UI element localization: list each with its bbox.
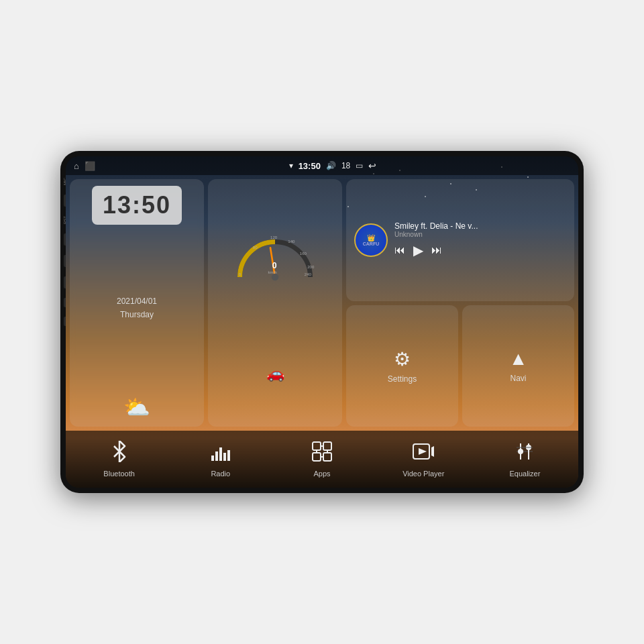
road-scene: 🚗 [266, 365, 284, 382]
music-logo: 👑 CARFU [354, 223, 388, 257]
equalizer-label: Equalizer [509, 470, 540, 478]
music-controls: ⏮ ▶ ⏭ [394, 242, 566, 258]
settings-button[interactable]: ⚙ Settings [346, 305, 458, 427]
clock-display: 13:50 [92, 186, 182, 225]
speedometer-svg: 0 80 120 140 160 200 240 0 km/h [228, 223, 322, 284]
right-panel: 👑 CARFU Smiley ft. Delia - Ne v... Unkno… [346, 179, 574, 427]
main-content: 13:50 2021/04/01 Thursday ⛅ [66, 175, 578, 431]
svg-rect-16 [313, 442, 321, 450]
device: MIC RST ⌂ [60, 151, 584, 493]
music-title: Smiley ft. Delia - Ne v... [394, 221, 566, 231]
svg-text:km/h: km/h [268, 270, 277, 274]
radio-button[interactable]: Radio [170, 441, 271, 478]
svg-rect-12 [215, 451, 218, 461]
svg-rect-14 [223, 453, 226, 461]
screen: ⌂ ⬛ ▾ 13:50 🔊 18 ▭ ↩ [66, 156, 578, 488]
navi-label: Navi [510, 374, 526, 383]
radio-icon [210, 441, 231, 467]
apps-button[interactable]: Apps [271, 441, 372, 478]
video-label: Video Player [402, 470, 444, 478]
svg-rect-15 [227, 450, 230, 461]
status-time: 13:50 [299, 161, 321, 171]
svg-text:200: 200 [307, 264, 315, 269]
radio-label: Radio [211, 470, 230, 478]
clock-widget: 13:50 2021/04/01 Thursday ⛅ [70, 179, 204, 427]
speedometer-widget: 0 80 120 140 160 200 240 0 km/h [208, 179, 342, 427]
svg-point-1 [272, 274, 279, 281]
clock-date: 2021/04/01 Thursday [117, 295, 157, 321]
bluetooth-icon [109, 441, 130, 467]
nav-icon[interactable]: ⬛ [85, 161, 95, 171]
prev-button[interactable]: ⏮ [394, 244, 405, 256]
video-button[interactable]: Video Player [373, 441, 474, 478]
equalizer-button[interactable]: Equalizer [474, 441, 576, 478]
svg-text:0: 0 [239, 272, 241, 277]
navi-icon: ▲ [509, 348, 528, 370]
battery-icon: ▭ [356, 161, 363, 170]
wifi-icon: ▾ [289, 161, 293, 170]
settings-icon: ⚙ [394, 348, 411, 370]
svg-text:120: 120 [270, 235, 278, 239]
weather-icon: ⛅ [123, 394, 150, 420]
svg-rect-19 [323, 453, 331, 461]
music-logo-text: CARFU [363, 241, 380, 246]
svg-rect-18 [313, 453, 321, 461]
svg-rect-17 [323, 442, 331, 450]
back-icon[interactable]: ↩ [368, 160, 376, 171]
svg-marker-25 [431, 446, 434, 457]
svg-rect-11 [211, 455, 214, 461]
bluetooth-button[interactable]: Bluetooth [68, 441, 170, 478]
music-artist: Unknown [394, 231, 566, 238]
svg-rect-13 [219, 447, 222, 461]
status-bar: ⌂ ⬛ ▾ 13:50 🔊 18 ▭ ↩ [66, 156, 578, 175]
next-button[interactable]: ⏭ [431, 244, 442, 256]
svg-text:0: 0 [272, 261, 277, 270]
volume-level: 18 [341, 161, 350, 170]
apps-icon [311, 441, 333, 467]
bluetooth-label: Bluetooth [103, 470, 134, 478]
svg-text:80: 80 [253, 245, 258, 250]
volume-icon: 🔊 [326, 161, 336, 170]
video-icon [413, 441, 434, 467]
home-icon[interactable]: ⌂ [74, 161, 79, 171]
equalizer-icon [514, 441, 535, 467]
navi-button[interactable]: ▲ Navi [462, 305, 574, 427]
svg-text:160: 160 [300, 251, 307, 256]
svg-marker-26 [419, 448, 427, 455]
bottom-bar: Bluetooth Rad [66, 431, 578, 488]
apps-label: Apps [313, 470, 330, 478]
svg-text:140: 140 [288, 239, 295, 244]
svg-text:240: 240 [305, 272, 312, 277]
settings-label: Settings [388, 374, 417, 384]
quick-access-row: ⚙ Settings ▲ Navi [346, 305, 574, 427]
music-info: Smiley ft. Delia - Ne v... Unknown ⏮ ▶ ⏭ [394, 221, 566, 258]
music-widget: 👑 CARFU Smiley ft. Delia - Ne v... Unkno… [346, 179, 574, 301]
play-button[interactable]: ▶ [413, 242, 423, 258]
